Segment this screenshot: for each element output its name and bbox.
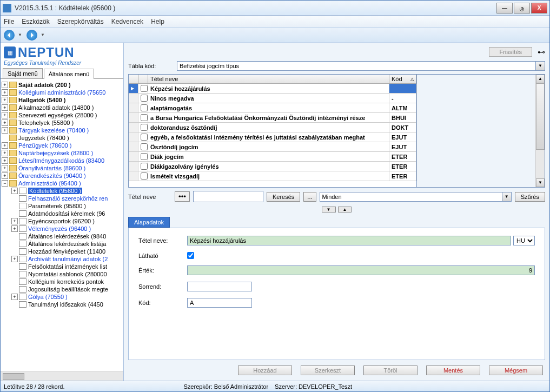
table-row[interactable]: Képzési hozzájárulás <box>129 84 416 94</box>
save-button[interactable]: Mentés <box>426 366 480 375</box>
expand-icon[interactable]: + <box>11 218 18 224</box>
chevron-down-icon[interactable]: ▼ <box>502 192 512 202</box>
table-row[interactable]: Diák jogcímETER <box>129 152 416 162</box>
delete-button[interactable]: Töröl <box>363 366 418 375</box>
menu-help[interactable]: Help <box>151 18 164 25</box>
tree-item[interactable]: Paraméterek (95800 ) <box>28 203 86 209</box>
tab-own-menu[interactable]: Saját menü <box>3 68 43 78</box>
tab-general-menu[interactable]: Általános menü <box>44 69 95 79</box>
scroll-thumb[interactable] <box>536 83 545 150</box>
tree-item[interactable]: Általános lekérdezések (9840 <box>28 233 106 240</box>
nav-forward-dropdown[interactable]: ▼ <box>41 32 46 37</box>
tree-item[interactable]: Adatmódosítási kérelmek (96 <box>28 210 105 217</box>
row-checkbox[interactable] <box>141 163 148 170</box>
table-row[interactable]: doktorandusz ösztöndíjDOKT <box>129 123 416 132</box>
tree-item[interactable]: Alkalmazotti adatok (14800 ) <box>18 104 94 111</box>
nav-tree[interactable]: +Saját adatok (200 ) +Kollégiumi adminis… <box>1 79 123 371</box>
chevron-down-icon[interactable]: ▼ <box>536 61 545 71</box>
expand-icon[interactable]: + <box>11 225 18 232</box>
expand-icon[interactable]: + <box>11 294 18 300</box>
tree-item[interactable]: Archivált tanulmányi adatok (2 <box>28 256 108 262</box>
tree-item[interactable]: Hozzáad fényképeket (11400 <box>28 248 105 255</box>
tree-item[interactable]: Hallgatók (5400 ) <box>18 97 65 103</box>
nav-back-dropdown[interactable]: ▼ <box>18 32 23 37</box>
scroll-down-icon[interactable]: ▼ <box>536 178 545 187</box>
grid-vscrollbar[interactable]: ▲ ▼ <box>535 75 545 187</box>
detail-order-field[interactable] <box>187 282 252 291</box>
expand-icon[interactable]: + <box>2 97 8 103</box>
tree-item[interactable]: Egyéncsoportok (96200 ) <box>28 218 95 224</box>
expand-icon[interactable]: + <box>11 256 18 262</box>
tab-alapadatok[interactable]: Alapadatok <box>128 217 170 228</box>
tree-item[interactable]: Tárgyak kezelése (70400 ) <box>18 127 89 134</box>
tree-item[interactable]: Jogosultság beállítások megte <box>28 286 108 293</box>
expand-icon[interactable]: + <box>2 89 8 96</box>
tree-item[interactable]: Tanulmányi időszakok (4450 <box>28 301 103 308</box>
add-button[interactable]: Hozzáad <box>238 366 292 375</box>
tree-item[interactable]: Jegyzetek (78400 ) <box>18 135 69 141</box>
row-checkbox[interactable] <box>141 85 148 92</box>
expand-icon[interactable]: + <box>2 127 8 134</box>
scroll-up-icon[interactable]: ▲ <box>536 75 545 83</box>
expand-icon[interactable]: + <box>2 104 8 111</box>
expand-icon[interactable]: + <box>2 112 8 118</box>
search-input[interactable] <box>193 191 263 202</box>
expand-icon[interactable]: + <box>2 82 8 88</box>
row-checkbox[interactable] <box>141 134 148 141</box>
tree-item[interactable]: Naptárbejegyzések (82800 ) <box>18 150 93 156</box>
tree-item[interactable]: Telephelyek (55800 ) <box>18 119 74 126</box>
tree-item-selected[interactable]: Kódtételek (95600 ) <box>28 188 82 194</box>
row-checkbox[interactable] <box>141 172 148 180</box>
nav-forward-button[interactable] <box>26 30 37 41</box>
detail-code-field[interactable] <box>187 298 252 308</box>
table-row[interactable]: Nincs megadva- <box>129 94 416 103</box>
menu-tools[interactable]: Eszközök <box>22 18 49 25</box>
maximize-button[interactable]: ௫ <box>514 3 530 14</box>
tree-item[interactable]: Nyomtatási sablonok (280000 <box>28 271 107 277</box>
col-checkbox[interactable] <box>138 75 148 83</box>
menu-file[interactable]: File <box>4 18 14 25</box>
tree-item[interactable]: Adminisztráció (95400 ) <box>18 180 81 187</box>
tree-item[interactable]: Szervezeti egységek (28000 ) <box>18 112 97 118</box>
expand-icon[interactable]: + <box>2 172 8 179</box>
filter-combo[interactable] <box>320 192 502 202</box>
search-button[interactable]: Keresés <box>267 192 300 202</box>
tree-item[interactable]: Óranyilvántartás (89600 ) <box>18 165 85 171</box>
cancel-button[interactable]: Mégsem <box>489 366 543 375</box>
row-checkbox[interactable] <box>141 153 148 160</box>
collapse-up-icon[interactable]: ▲ <box>338 207 352 212</box>
tree-item[interactable]: Felhasználó szerepkörhöz ren <box>28 195 108 202</box>
table-row[interactable]: Diákigazolvány igénylésETER <box>129 162 416 171</box>
tree-item[interactable]: Saját adatok (200 ) <box>18 82 71 88</box>
table-row[interactable]: Ismételt vizsgadíjETER <box>129 171 416 181</box>
row-checkbox[interactable] <box>141 104 148 111</box>
expand-icon[interactable]: + <box>2 165 8 171</box>
table-row[interactable]: Ösztöndíj jogcímEJUT <box>129 142 416 152</box>
menu-roleswitch[interactable]: Szerepkörváltás <box>57 18 104 25</box>
expand-icon[interactable]: + <box>2 157 8 164</box>
filter-button[interactable]: Szűrés <box>515 192 545 202</box>
collapse-icon[interactable]: − <box>2 180 8 187</box>
browse-button[interactable]: ... <box>303 192 316 202</box>
tree-item[interactable]: Órarendkészítés (90400 ) <box>18 172 86 179</box>
tree-item[interactable]: Felsőoktatási intézmények list <box>28 263 107 270</box>
row-checkbox[interactable] <box>141 143 148 150</box>
edit-button[interactable]: Szerkeszt <box>301 366 355 375</box>
collapse-down-icon[interactable]: ▼ <box>322 207 336 212</box>
tree-item[interactable]: Pénzügyek (78600 ) <box>18 142 71 149</box>
refresh-button[interactable]: Frissítés <box>489 47 532 57</box>
expand-icon[interactable]: + <box>2 150 8 156</box>
col-selector[interactable] <box>129 75 138 83</box>
col-name[interactable]: Tétel neve <box>148 75 389 83</box>
expand-icon[interactable]: + <box>2 119 8 126</box>
field-picker-button[interactable]: ••• <box>175 191 190 202</box>
tree-item[interactable]: Véleményezés (96400 ) <box>28 225 91 232</box>
minimize-button[interactable]: — <box>496 3 513 14</box>
row-checkbox[interactable] <box>141 124 148 131</box>
tree-item[interactable]: Kollégiumi adminisztráció (75650 <box>18 89 105 96</box>
tree-item[interactable]: Kollégiumi korrekciós pontok <box>28 278 104 285</box>
detail-visible-checkbox[interactable] <box>187 252 194 259</box>
row-checkbox[interactable] <box>141 114 148 121</box>
expand-icon[interactable]: + <box>11 188 18 194</box>
tree-item[interactable]: Általános lekérdezések listája <box>28 241 106 247</box>
